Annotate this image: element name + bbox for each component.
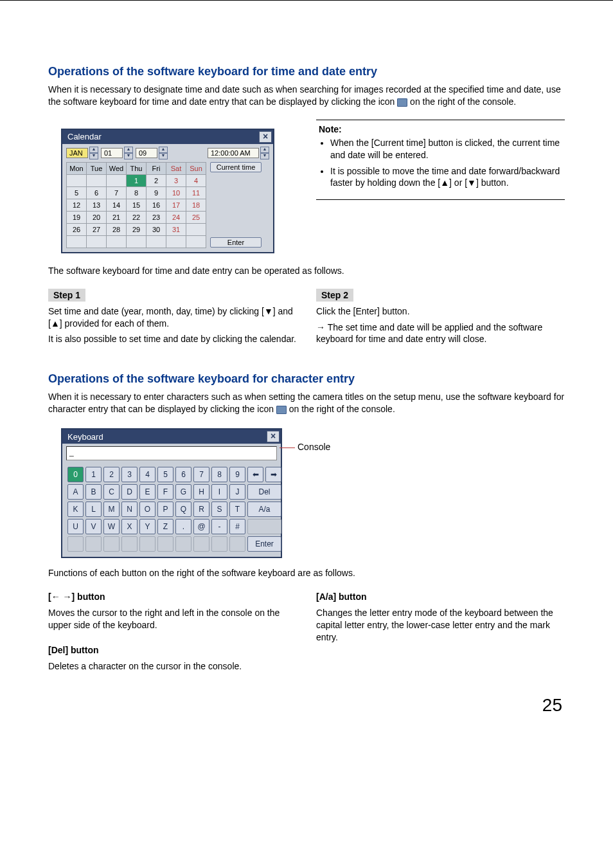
down-icon[interactable]: ▼ — [89, 153, 98, 159]
cal-cell[interactable]: 27 — [87, 223, 107, 235]
kb-key[interactable]: J — [229, 484, 245, 500]
kb-key[interactable]: M — [103, 502, 120, 517]
cal-cell[interactable]: 20 — [87, 211, 107, 223]
up-icon[interactable]: ▲ — [89, 147, 98, 153]
kb-key[interactable]: 9 — [229, 467, 245, 482]
cal-cell[interactable]: 10 — [166, 186, 186, 199]
cal-cell[interactable]: 11 — [186, 186, 206, 199]
cal-cell[interactable]: 23 — [147, 211, 166, 223]
kb-key[interactable]: E — [139, 484, 155, 500]
cal-cell[interactable] — [127, 235, 147, 248]
cal-cell[interactable]: 9 — [147, 186, 166, 199]
kb-key[interactable]: F — [157, 484, 173, 500]
cal-cell[interactable]: 22 — [127, 211, 147, 223]
month-spinner[interactable]: JAN ▲▼ — [66, 147, 98, 159]
kb-key[interactable]: 1 — [85, 467, 102, 482]
cal-cell[interactable]: 6 — [87, 186, 107, 199]
kb-key[interactable]: P — [157, 502, 173, 517]
cal-cell[interactable]: 15 — [127, 199, 147, 211]
kb-key[interactable]: Y — [139, 519, 155, 534]
day-spinner[interactable]: 01 ▲▼ — [101, 147, 133, 159]
kb-key[interactable]: I — [211, 484, 227, 500]
kb-key[interactable]: W — [103, 519, 120, 534]
down-icon[interactable]: ▼ — [124, 153, 133, 159]
close-icon[interactable]: × — [267, 431, 280, 442]
down-icon[interactable]: ▼ — [159, 153, 168, 159]
kb-key[interactable]: R — [193, 502, 209, 517]
current-time-button[interactable]: Current time — [210, 162, 262, 172]
cal-cell[interactable]: 16 — [147, 199, 166, 211]
cal-cell[interactable]: 30 — [147, 223, 166, 235]
close-icon[interactable]: × — [259, 131, 272, 143]
kb-key[interactable]: A — [67, 484, 84, 500]
arrow-right-icon[interactable]: ➡ — [265, 467, 281, 482]
kb-key[interactable]: D — [121, 484, 138, 500]
kb-key[interactable]: Z — [157, 519, 173, 534]
kb-key[interactable]: S — [211, 502, 227, 517]
del-button[interactable]: Del — [247, 484, 281, 500]
kb-key[interactable]: O — [139, 502, 155, 517]
cal-cell[interactable] — [107, 174, 127, 186]
kb-key[interactable]: 3 — [121, 467, 138, 482]
kb-key[interactable]: C — [103, 484, 120, 500]
cal-cell-selected[interactable]: 1 — [127, 174, 147, 186]
cal-cell[interactable] — [166, 235, 186, 248]
kb-key[interactable]: U — [67, 519, 84, 534]
kb-key[interactable]: Q — [175, 502, 191, 517]
cal-cell[interactable] — [67, 174, 87, 186]
cal-cell[interactable]: 21 — [107, 211, 127, 223]
up-icon[interactable]: ▲ — [159, 147, 168, 153]
kb-key[interactable]: X — [121, 519, 138, 534]
kb-key[interactable]: 2 — [103, 467, 120, 482]
cal-cell[interactable]: 8 — [127, 186, 147, 199]
kb-key[interactable]: 5 — [157, 467, 173, 482]
kb-key[interactable]: 7 — [193, 467, 209, 482]
kb-key[interactable]: V — [85, 519, 102, 534]
cal-cell[interactable]: 31 — [166, 223, 186, 235]
cal-cell[interactable]: 3 — [166, 174, 186, 186]
case-toggle-button[interactable]: A/a — [247, 502, 281, 517]
keyboard-console[interactable]: _ — [66, 446, 277, 460]
cal-cell[interactable]: 29 — [127, 223, 147, 235]
cal-cell[interactable] — [147, 235, 166, 248]
calendar-grid[interactable]: Mon Tue Wed Thu Fri Sat Sun 1 — [66, 162, 206, 248]
time-spinner[interactable]: 12:00:00 AM ▲▼ — [208, 147, 269, 159]
cal-cell[interactable]: 19 — [67, 211, 87, 223]
kb-key[interactable]: G — [175, 484, 191, 500]
cal-cell[interactable]: 14 — [107, 199, 127, 211]
cal-cell[interactable]: 26 — [67, 223, 87, 235]
cal-cell[interactable]: 28 — [107, 223, 127, 235]
cal-cell[interactable]: 18 — [186, 199, 206, 211]
kb-key[interactable]: K — [67, 502, 84, 517]
cal-cell[interactable]: 12 — [67, 199, 87, 211]
kb-key[interactable]: 0 — [67, 467, 84, 482]
cal-cell[interactable] — [107, 235, 127, 248]
kb-key[interactable]: H — [193, 484, 209, 500]
cal-cell[interactable]: 7 — [107, 186, 127, 199]
cal-cell[interactable]: 25 — [186, 211, 206, 223]
arrow-left-icon[interactable]: ⬅ — [247, 467, 263, 482]
up-icon[interactable]: ▲ — [260, 147, 269, 153]
cal-cell[interactable] — [186, 223, 206, 235]
cal-cell[interactable]: 13 — [87, 199, 107, 211]
cal-cell[interactable]: 4 — [186, 174, 206, 186]
kb-key[interactable]: N — [121, 502, 138, 517]
cal-cell[interactable]: 17 — [166, 199, 186, 211]
kb-key[interactable]: L — [85, 502, 102, 517]
up-icon[interactable]: ▲ — [124, 147, 133, 153]
year-spinner[interactable]: 09 ▲▼ — [136, 147, 168, 159]
kb-key[interactable]: T — [229, 502, 245, 517]
kb-key[interactable]: . — [175, 519, 191, 534]
cal-cell[interactable] — [87, 174, 107, 186]
kb-key[interactable]: 8 — [211, 467, 227, 482]
cal-cell[interactable]: 5 — [67, 186, 87, 199]
kb-key[interactable]: @ — [193, 519, 209, 534]
enter-button[interactable]: Enter — [247, 536, 281, 552]
enter-button[interactable]: Enter — [210, 237, 262, 248]
kb-key[interactable]: - — [211, 519, 227, 534]
kb-key[interactable]: B — [85, 484, 102, 500]
cal-cell[interactable] — [186, 235, 206, 248]
cal-cell[interactable]: 2 — [147, 174, 166, 186]
cal-cell[interactable]: 24 — [166, 211, 186, 223]
down-icon[interactable]: ▼ — [260, 153, 269, 159]
